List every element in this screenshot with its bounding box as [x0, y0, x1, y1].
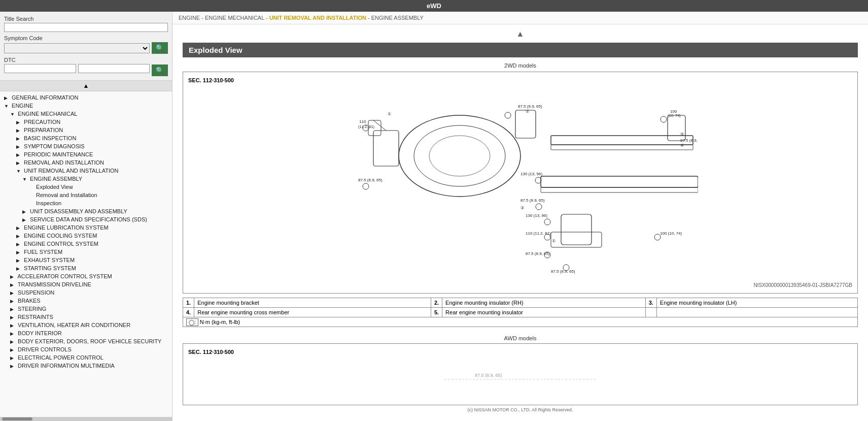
tree-item-periodic-maintenance[interactable]: ▶ PERIODIC MAINTENANCE	[0, 150, 172, 158]
svg-line-2	[373, 120, 386, 131]
part-num-1: 1.	[183, 298, 194, 308]
tree-arrow-driver-controls: ▶	[10, 347, 16, 352]
tree-item-driver-info[interactable]: ▶ DRIVER INFORMATION MULTIMEDIA	[0, 362, 172, 370]
app-title: eWD	[427, 2, 441, 10]
tree-item-starting-system[interactable]: ▶ STARTING SYSTEM	[0, 264, 172, 272]
nav-up-icon: ▲	[516, 29, 525, 38]
tree-item-engine-control[interactable]: ▶ ENGINE CONTROL SYSTEM	[0, 240, 172, 248]
tree-label-brakes: BRAKES	[16, 298, 41, 304]
svg-text:③: ③	[520, 206, 524, 210]
tree-item-exploded-view[interactable]: Exploded View	[0, 183, 172, 191]
svg-text:⑤: ⑤	[680, 132, 684, 137]
svg-text:87.5 (8.9, 65): 87.5 (8.9, 65)	[551, 269, 575, 274]
svg-text:110: 110	[359, 119, 366, 124]
svg-rect-16	[551, 136, 693, 145]
tree-arrow-ventilation: ▶	[10, 323, 16, 328]
nav-up-button[interactable]: ▲	[183, 29, 858, 39]
svg-text:87.5 (8.9, 65): 87.5 (8.9, 65)	[518, 104, 542, 109]
tree-label-exhaust-system: EXHAUST SYSTEM	[22, 257, 75, 263]
tree-arrow-engine-assembly: ▼	[22, 177, 28, 182]
svg-rect-25	[541, 176, 698, 187]
tree-item-steering[interactable]: ▶ STEERING	[0, 305, 172, 313]
tree-arrow-preparation: ▶	[16, 128, 22, 133]
tree-arrow-service-data: ▶	[22, 217, 28, 222]
symptom-search-button[interactable]: 🔍	[152, 42, 168, 54]
tree-item-preparation[interactable]: ▶ PREPARATION	[0, 126, 172, 134]
diagram-sec-label: SEC. 112·310·500	[188, 77, 852, 83]
part-desc-3: Engine mounting insulator (LH)	[656, 298, 857, 308]
part-num-2: 2.	[431, 298, 442, 308]
tree-item-body-interior[interactable]: ▶ BODY INTERIOR	[0, 329, 172, 337]
tree-item-fuel-system[interactable]: ▶ FUEL SYSTEM	[0, 248, 172, 256]
content-area: ENGINE - ENGINE MECHANICAL - UNIT REMOVA…	[172, 12, 868, 421]
symptom-code-row: 🔍	[4, 42, 168, 54]
svg-text:87.5 (8.9, 65): 87.5 (8.9, 65)	[520, 198, 545, 203]
tree-arrow-unit-removal-installation: ▼	[16, 169, 22, 174]
dtc-search-button[interactable]: 🔍	[152, 64, 168, 76]
title-search-label: Title Search	[4, 16, 168, 22]
tree-item-inspection[interactable]: Inspection	[0, 199, 172, 207]
tree-item-electrical-power[interactable]: ▶ ELECTRICAL POWER CONTROL	[0, 353, 172, 362]
tree-arrow-unit-disassembly: ▶	[22, 209, 28, 214]
svg-text:87.5 (8.9, 65): 87.5 (8.9, 65)	[680, 138, 698, 143]
tree-label-general-info: GENERAL INFORMATION	[10, 94, 78, 101]
title-search-input[interactable]	[4, 23, 168, 32]
svg-text:(10, 74): (10, 74)	[668, 113, 681, 118]
part-desc-2: Engine mounting insulator (RH)	[442, 298, 646, 308]
tree-item-transmission-driveline[interactable]: ▶ TRANSMISSION DRIVELINE	[0, 280, 172, 288]
tree-item-basic-inspection[interactable]: ▶ BASIC INSPECTION	[0, 134, 172, 142]
model-awd-label: AWD models	[183, 335, 858, 341]
model-2wd-label: 2WD models	[183, 62, 858, 69]
tree-label-accelerator-control: ACCELERATOR CONTROL SYSTEM	[16, 273, 112, 279]
symptom-code-label: Symptom Code	[4, 35, 168, 41]
dtc-input-1[interactable]	[4, 64, 76, 73]
tree-arrow-precaution: ▶	[16, 120, 22, 125]
tree-label-unit-disassembly: UNIT DISASSEMBLY AND ASSEMBLY	[28, 208, 127, 214]
tree-label-driver-info: DRIVER INFORMATION MULTIMEDIA	[16, 363, 115, 369]
sidebar-controls: Title Search Symptom Code 🔍 DTC 🔍	[0, 12, 172, 81]
tree-item-general-info[interactable]: ▶ GENERAL INFORMATION	[0, 93, 172, 102]
dtc-input-2[interactable]	[78, 64, 150, 73]
tree-item-driver-controls[interactable]: ▶ DRIVER CONTROLS	[0, 345, 172, 353]
tree-item-unit-removal-installation[interactable]: ▼ UNIT REMOVAL AND INSTALLATION	[0, 167, 172, 175]
tree-item-removal-installation[interactable]: ▶ REMOVAL AND INSTALLATION	[0, 158, 172, 167]
tree-arrow-engine-control: ▶	[16, 242, 22, 247]
sidebar-horizontal-scrollbar[interactable]	[0, 417, 172, 421]
tree-label-basic-inspection: BASIC INSPECTION	[22, 135, 76, 141]
tree-item-accelerator-control[interactable]: ▶ ACCELERATOR CONTROL SYSTEM	[0, 272, 172, 280]
sidebar-toggle[interactable]: ▲	[0, 81, 172, 91]
tree-item-engine-lubrication[interactable]: ▶ ENGINE LUBRICATION SYSTEM	[0, 223, 172, 232]
app-header: eWD	[0, 0, 868, 12]
svg-text:87.5 (8.9, 65): 87.5 (8.9, 65)	[475, 373, 502, 378]
symptom-code-select[interactable]	[4, 43, 150, 53]
tree-item-body-exterior[interactable]: ▶ BODY EXTERIOR, DOORS, ROOF VEHICLE SEC…	[0, 337, 172, 345]
tree-label-engine-cooling: ENGINE COOLING SYSTEM	[22, 233, 97, 239]
tree-item-exhaust-system[interactable]: ▶ EXHAUST SYSTEM	[0, 256, 172, 264]
tree-item-precaution[interactable]: ▶ PRECAUTION	[0, 118, 172, 126]
tree-item-engine-mechanical[interactable]: ▼ ENGINE MECHANICAL	[0, 110, 172, 118]
tree-item-restraints[interactable]: ▶ RESTRAINTS	[0, 313, 172, 321]
svg-point-14	[363, 183, 369, 189]
tree-item-engine-cooling[interactable]: ▶ ENGINE COOLING SYSTEM	[0, 232, 172, 240]
tree-item-engine-assembly[interactable]: ▼ ENGINE ASSEMBLY	[0, 175, 172, 183]
tree-arrow-restraints: ▶	[10, 315, 16, 320]
breadcrumb-text: ENGINE - ENGINE MECHANICAL - UNIT REMOVA…	[179, 15, 424, 21]
tree-item-symptom-diagnosis[interactable]: ▶ SYMPTOM DIAGNOSIS	[0, 142, 172, 150]
tree-item-removal-installation-sub[interactable]: Removal and Installation	[0, 191, 172, 199]
dtc-row: 🔍	[4, 64, 168, 76]
svg-text:(11.2, 81): (11.2, 81)	[358, 124, 375, 129]
awd-diagram-sec-label: SEC. 112·310·500	[188, 349, 852, 355]
svg-text:110 (11.2, 81): 110 (11.2, 81)	[526, 231, 551, 236]
tree-item-unit-disassembly[interactable]: ▶ UNIT DISASSEMBLY AND ASSEMBLY	[0, 207, 172, 215]
tree-item-ventilation[interactable]: ▶ VENTILATION, HEATER AIR CONDITIONER	[0, 321, 172, 329]
content-scroll[interactable]: ▲ Exploded View 2WD models SEC. 112·310·…	[172, 24, 868, 421]
tree-arrow-suspension: ▶	[10, 290, 16, 296]
svg-point-9	[429, 136, 490, 176]
tree-arrow-transmission-driveline: ▶	[10, 282, 16, 287]
tree-label-transmission-driveline: TRANSMISSION DRIVELINE	[16, 281, 91, 287]
tree-item-brakes[interactable]: ▶ BRAKES	[0, 297, 172, 305]
tree-item-engine[interactable]: ▼ ENGINE	[0, 102, 172, 110]
tree-item-service-data[interactable]: ▶ SERVICE DATA AND SPECIFICATIONS (SDS)	[0, 215, 172, 223]
tree-arrow-brakes: ▶	[10, 299, 16, 304]
tree-item-suspension[interactable]: ▶ SUSPENSION	[0, 288, 172, 297]
